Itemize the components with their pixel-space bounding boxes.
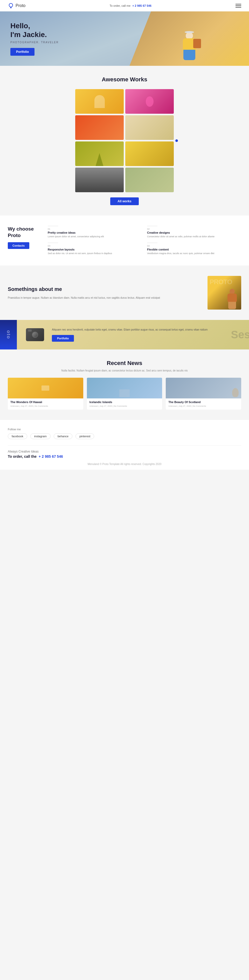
logo-text: Proto <box>16 3 26 8</box>
why-item-3: 03 Responsive layouts Sed as dolor nis. … <box>48 243 142 255</box>
gallery-item-5[interactable] <box>75 142 124 166</box>
banner-large-text: Ses <box>231 328 249 341</box>
why-item-4: 04 Flexible content Vestibulum magna dro… <box>147 243 241 255</box>
news-card-1-body: The Wonders Of Hawaii Unknown | July 07,… <box>8 398 83 410</box>
hero-section: Hello, I'm Jackie. PHOTOGRAPHER. TRAVELE… <box>0 11 249 66</box>
gallery-grid <box>75 89 174 192</box>
portfolio-banner: oto Aliquam nec aros hendrerit, vulputat… <box>0 320 249 350</box>
news-card-1[interactable]: The Wonders Of Hawaii Unknown | July 07,… <box>8 378 83 410</box>
why-item-2: 02 Creative designs Consectetur dolor si… <box>147 226 241 239</box>
news-card-1-title: The Wonders Of Hawaii <box>10 401 81 404</box>
why-item-title-4: Flexible content <box>147 248 241 251</box>
awesome-works-title: Awesome Works <box>8 76 241 83</box>
about-body-text: Praesidius in tempor augue. Nullam ac bl… <box>8 296 201 300</box>
gallery-item-1[interactable] <box>75 89 124 114</box>
news-card-3-meta: Unknown | July 27, 2020 | No Comments <box>168 405 239 407</box>
why-item-text-2: Consectetur dolor sit amet ac odio, pulv… <box>147 235 241 239</box>
gallery-item-3[interactable] <box>75 115 124 140</box>
gallery-item-6[interactable] <box>125 142 174 166</box>
about-image: PROTO <box>208 276 241 310</box>
news-card-2-title: Icelandic Islands <box>89 401 160 404</box>
about-section: Somethings about me Praesidius in tempor… <box>0 266 249 320</box>
nav-phone: To order, call me + 2 985 67 546 <box>109 4 151 7</box>
why-item-num-4: 04 <box>147 245 241 247</box>
gallery-item-4[interactable] <box>125 115 174 140</box>
hero-portfolio-button[interactable]: Portfolio <box>10 48 35 56</box>
banner-side-text: oto <box>6 330 11 339</box>
recent-news-subtitle: Nulla facilisi. Nullam feugiat ipsum dia… <box>8 369 241 372</box>
news-card-3-body: The Beauty Of Scotland Unknown | July 27… <box>166 398 241 410</box>
about-proto-text: PROTO <box>209 278 232 286</box>
social-link-instagram[interactable]: instagram <box>30 433 51 439</box>
hamburger-menu[interactable] <box>236 4 241 8</box>
footer-tagline: Always Creative Ideas <box>8 450 241 453</box>
social-link-behance[interactable]: behance <box>54 433 72 439</box>
why-divider-3 <box>48 243 58 243</box>
hero-person-figure <box>178 30 201 66</box>
footer: Follow me facebook instagram behance pin… <box>0 420 249 470</box>
banner-camera-area <box>26 328 44 341</box>
svg-point-0 <box>9 3 13 7</box>
why-choose-grid: 01 Pretty creative ideas Lorem ipsum dol… <box>48 226 241 255</box>
banner-text-content: Aliquam nec aros hendrerit, vulputate lo… <box>52 328 241 342</box>
gallery-item-2[interactable] <box>125 89 174 114</box>
hero-subtitle: PHOTOGRAPHER. TRAVELER <box>10 41 59 44</box>
news-card-3-title: The Beauty Of Scotland <box>168 401 239 404</box>
why-choose-heading: Wy choose Proto <box>8 226 42 239</box>
why-item-num-2: 02 <box>147 228 241 230</box>
all-works-btn-container: All works <box>8 197 241 205</box>
news-card-1-meta: Unknown | July 07, 2020 | No Comments <box>10 405 81 407</box>
footer-order-phone[interactable]: + 2 985 67 546 <box>39 454 63 458</box>
banner-portfolio-button[interactable]: Portfolio <box>52 335 74 342</box>
hero-content: Hello, I'm Jackie. PHOTOGRAPHER. TRAVELE… <box>0 14 66 64</box>
news-card-2-body: Icelandic Islands Unknown | July 27, 202… <box>87 398 162 410</box>
logo-area: Proto <box>8 3 26 9</box>
hero-image-area <box>129 11 249 66</box>
navigation: Proto To order, call me + 2 985 67 546 <box>0 0 249 11</box>
hero-title: Hello, I'm Jackie. <box>10 22 59 39</box>
social-link-pinterest[interactable]: pinterest <box>75 433 94 439</box>
recent-news-section: Recent News Nulla facilisi. Nullam feugi… <box>0 350 249 420</box>
news-card-1-image <box>8 378 83 398</box>
social-link-facebook[interactable]: facebook <box>8 433 27 439</box>
banner-body-text: Aliquam nec aros hendrerit, vulputate lo… <box>52 328 241 332</box>
why-item-1: 01 Pretty creative ideas Lorem ipsum dol… <box>48 226 142 239</box>
banner-side-blue: oto <box>0 320 17 350</box>
all-works-button[interactable]: All works <box>110 197 139 205</box>
news-card-2-image <box>87 378 162 398</box>
footer-copyright: Menuland © Proto Template All rights res… <box>8 463 241 466</box>
why-divider-4 <box>147 243 158 243</box>
about-person-figure <box>226 289 239 310</box>
why-item-num-3: 03 <box>48 245 142 247</box>
about-title: Somethings about me <box>8 286 201 293</box>
why-item-text-3: Sed as dolor nis. Ut amet mi ost sem, ip… <box>48 252 142 255</box>
about-text: Somethings about me Praesidius in tempor… <box>8 286 201 300</box>
why-choose-left: Wy choose Proto Contacts <box>8 226 42 249</box>
gallery-item-7[interactable] <box>75 168 124 192</box>
news-card-2-meta: Unknown | July 27, 2020 | No Comments <box>89 405 160 407</box>
footer-order-line: To order, call the + 2 985 67 546 <box>8 454 241 458</box>
why-item-title-3: Responsive layouts <box>48 248 142 251</box>
awesome-works-section: Awesome Works <box>0 66 249 216</box>
news-card-3-image <box>166 378 241 398</box>
social-links: facebook instagram behance pinterest <box>8 433 241 439</box>
camera-body <box>26 328 44 341</box>
gallery-dot-indicator <box>176 139 178 142</box>
nav-phone-number[interactable]: + 2 985 67 546 <box>132 4 152 7</box>
logo-icon <box>8 3 14 9</box>
gallery-item-8[interactable] <box>125 168 174 192</box>
why-item-num-1: 01 <box>48 228 142 230</box>
why-item-text-4: Vestibulum magna dros, iaculis ac nunc q… <box>147 252 241 255</box>
recent-news-title: Recent News <box>8 360 241 367</box>
follow-label: Follow me <box>8 428 241 431</box>
why-item-title-2: Creative designs <box>147 231 241 234</box>
news-card-3[interactable]: The Beauty Of Scotland Unknown | July 27… <box>166 378 241 410</box>
why-item-title-1: Pretty creative ideas <box>48 231 142 234</box>
why-item-text-1: Lorem ipsum dolor sit amet, consectetur … <box>48 235 142 239</box>
news-card-2[interactable]: Icelandic Islands Unknown | July 27, 202… <box>87 378 162 410</box>
why-choose-section: Wy choose Proto Contacts 01 Pretty creat… <box>0 216 249 266</box>
contacts-button[interactable]: Contacts <box>8 242 29 249</box>
news-grid: The Wonders Of Hawaii Unknown | July 07,… <box>8 378 241 410</box>
